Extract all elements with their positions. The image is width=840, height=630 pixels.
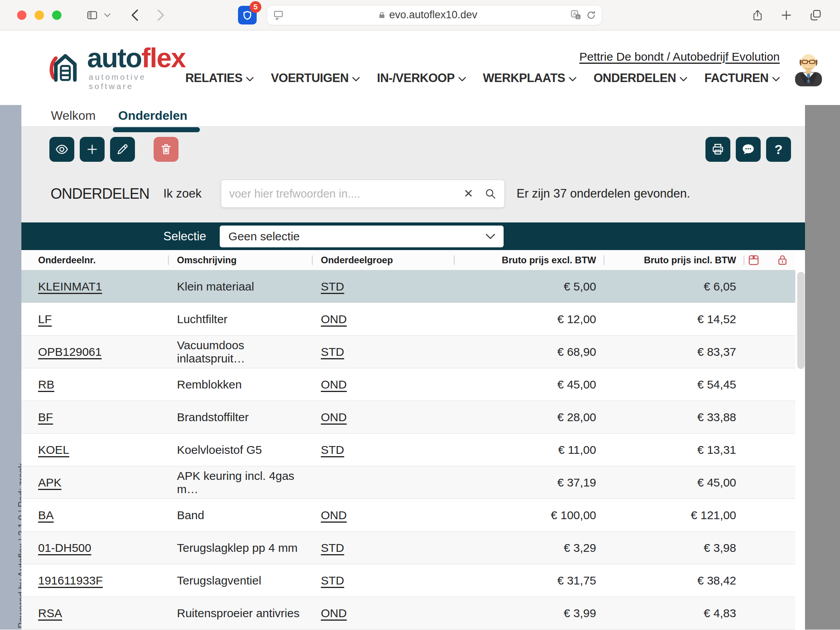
powered-by-strip: Powered by Autoflex | 2.1.0 | Pod: zrcgk (0, 105, 21, 630)
nav-werkplaats[interactable]: WERKPLAATS (483, 71, 576, 85)
table-row[interactable]: RB Remblokken OND € 45,00 € 54,45 (21, 368, 795, 401)
bitwarden-extension-icon[interactable]: 5 (238, 6, 257, 24)
url-text: evo.autoflex10.dev (389, 9, 478, 21)
view-button[interactable] (49, 137, 74, 162)
part-description: Ruitensproeier antivries (168, 607, 312, 620)
table-row[interactable]: LF Luchtfilter OND € 12,00 € 14,52 (21, 303, 795, 336)
chat-button[interactable] (736, 137, 761, 162)
table-row[interactable]: KLEINMAT1 Klein materiaal STD € 5,00 € 6… (21, 270, 795, 303)
main-nav: RELATIES VOERTUIGEN IN-/VERKOOP WERKPLAA… (185, 71, 780, 85)
col-bruto-excl: Bruto prijs excl. BTW (502, 255, 596, 265)
close-window-button[interactable] (17, 10, 26, 20)
user-account-link[interactable]: Pettrie De bondt / Autobedrijf Evolution (579, 50, 780, 63)
part-description: Band (168, 509, 312, 522)
logo-text-flex: flex (142, 43, 186, 73)
avatar[interactable] (790, 49, 827, 87)
traffic-lights (17, 10, 61, 20)
back-icon[interactable] (131, 9, 138, 21)
part-number-link[interactable]: LF (38, 313, 52, 326)
price-excl-btw: € 12,00 (454, 313, 604, 326)
part-group-link[interactable]: STD (321, 541, 344, 554)
chevron-down-icon (486, 234, 495, 239)
table-row[interactable]: 191611933F Terugslagventiel STD € 31,75 … (21, 564, 795, 597)
table-row[interactable]: BF Brandstoffilter OND € 28,00 € 33,88 (21, 401, 795, 434)
delete-button[interactable] (154, 137, 178, 162)
part-group-link[interactable]: OND (321, 411, 347, 424)
help-button[interactable]: ? (766, 137, 791, 162)
part-number-link[interactable]: RSA (38, 607, 62, 620)
part-number-link[interactable]: APK (38, 476, 61, 489)
price-excl-btw: € 5,00 (454, 280, 604, 293)
part-group-link[interactable]: STD (321, 443, 344, 456)
search-label: Ik zoek (163, 187, 201, 201)
price-excl-btw: € 3,29 (454, 541, 604, 555)
part-group-link[interactable]: OND (321, 313, 347, 326)
chevron-down-icon (680, 77, 687, 81)
part-group-link[interactable]: STD (321, 345, 344, 358)
tab-onderdelen[interactable]: Onderdelen (118, 108, 187, 123)
part-group-link[interactable]: STD (321, 280, 344, 293)
new-tab-icon[interactable] (780, 9, 793, 21)
address-bar[interactable]: evo.autoflex10.dev Ax (267, 5, 602, 25)
part-number-link[interactable]: RB (38, 378, 54, 391)
selection-value: Geen selectie (228, 230, 299, 243)
forward-icon[interactable] (157, 9, 165, 21)
printer-icon (711, 142, 725, 156)
scrollbar-thumb[interactable] (797, 272, 805, 369)
tab-welkom[interactable]: Welkom (51, 108, 96, 123)
lock-column-icon[interactable] (776, 254, 789, 267)
part-number-link[interactable]: 191611933F (38, 574, 103, 587)
autoflex-logo[interactable]: autoflex automotive software (47, 44, 185, 91)
selection-dropdown[interactable]: Geen selectie (220, 226, 504, 247)
zoom-window-button[interactable] (52, 10, 61, 20)
share-icon[interactable] (751, 8, 764, 22)
add-button[interactable] (80, 137, 105, 162)
part-number-link[interactable]: OPB129061 (38, 345, 102, 358)
pencil-icon (116, 143, 129, 156)
table-row[interactable]: OPB129061 Vacuumdoos inlaatspruit… STD €… (21, 336, 795, 368)
chevron-down-icon (772, 77, 780, 81)
col-onderdeelnr: Onderdeelnr. (38, 255, 96, 265)
nav-voertuigen[interactable]: VOERTUIGEN (271, 71, 360, 85)
save-icon[interactable] (747, 254, 760, 267)
sidebar-menu-chevron-icon[interactable] (104, 13, 110, 17)
part-group-link[interactable]: OND (321, 509, 347, 522)
edit-button[interactable] (110, 137, 135, 162)
chevron-down-icon (569, 77, 576, 81)
table-row[interactable]: BA Band OND € 100,00 € 121,00 (21, 499, 795, 532)
part-number-link[interactable]: KOEL (38, 443, 69, 456)
eye-icon (55, 142, 69, 156)
tabs-overview-icon[interactable] (809, 9, 822, 22)
table-row[interactable]: 01-DH500 Terugslagklep pp 4 mm STD € 3,2… (21, 532, 795, 564)
reader-icon[interactable] (273, 9, 284, 21)
part-number-link[interactable]: KLEINMAT1 (38, 280, 102, 293)
part-group-link[interactable]: OND (321, 378, 347, 391)
https-lock-icon (378, 10, 386, 20)
nav-relaties[interactable]: RELATIES (185, 71, 254, 85)
app-header: autoflex automotive software Pettrie De … (0, 30, 840, 105)
print-button[interactable] (705, 137, 730, 162)
part-description: Koelvloeistof G5 (168, 443, 312, 457)
minimize-window-button[interactable] (35, 10, 44, 20)
table-row[interactable]: RSA Ruitensproeier antivries OND € 3,99 … (21, 597, 795, 630)
translate-icon[interactable]: Ax (570, 10, 581, 21)
part-number-link[interactable]: BF (38, 411, 53, 424)
part-number-link[interactable]: BA (38, 509, 54, 522)
part-group-link[interactable]: STD (321, 574, 344, 587)
reload-icon[interactable] (586, 10, 596, 20)
search-box: ✕ (221, 180, 505, 208)
price-incl-btw: € 83,37 (604, 345, 744, 359)
sidebar-toggle-icon[interactable] (85, 9, 100, 21)
table-row[interactable]: APK APK keuring incl. 4gas m… € 37,19 € … (21, 466, 795, 499)
nav-facturen[interactable]: FACTUREN (704, 71, 780, 85)
price-incl-btw: € 13,31 (604, 443, 744, 457)
part-group-link[interactable]: OND (321, 607, 347, 620)
clear-search-icon[interactable]: ✕ (464, 188, 473, 200)
part-number-link[interactable]: 01-DH500 (38, 541, 91, 554)
search-icon[interactable] (484, 187, 497, 200)
search-input[interactable] (229, 187, 464, 200)
nav-in-verkoop[interactable]: IN-/VERKOOP (377, 71, 466, 85)
price-incl-btw: € 3,98 (604, 541, 744, 555)
nav-onderdelen[interactable]: ONDERDELEN (593, 71, 687, 85)
table-row[interactable]: KOEL Koelvloeistof G5 STD € 11,00 € 13,3… (21, 434, 795, 466)
